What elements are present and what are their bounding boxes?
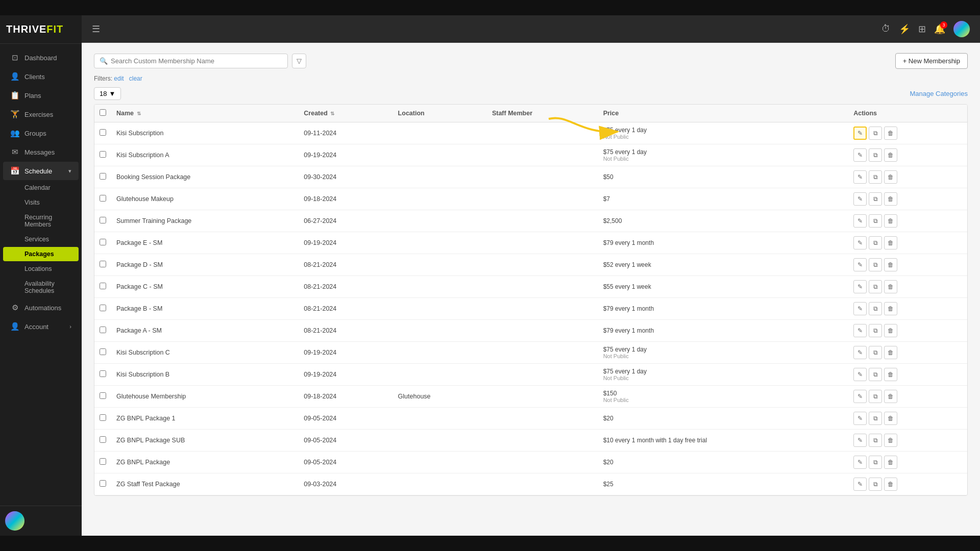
copy-button[interactable]: ⧉ — [869, 478, 882, 491]
row-checkbox[interactable] — [100, 129, 106, 136]
delete-button[interactable]: 🗑 — [884, 456, 897, 469]
row-checkbox[interactable] — [100, 370, 106, 377]
sidebar-item-groups[interactable]: 👥 Groups — [3, 124, 79, 142]
copy-button[interactable]: ⧉ — [869, 324, 882, 337]
row-checkbox[interactable] — [100, 173, 106, 180]
th-name[interactable]: Name ⇅ — [111, 105, 299, 122]
copy-button[interactable]: ⧉ — [869, 302, 882, 315]
copy-button[interactable]: ⧉ — [869, 127, 882, 140]
sidebar-item-automations[interactable]: ⚙ Automations — [3, 298, 79, 317]
sidebar-item-locations[interactable]: Locations — [3, 262, 79, 276]
delete-button[interactable]: 🗑 — [884, 324, 897, 337]
copy-button[interactable]: ⧉ — [869, 390, 882, 403]
edit-button[interactable]: ✎ — [853, 346, 867, 359]
sidebar-item-schedule[interactable]: 📅 Schedule ▾ — [3, 162, 79, 180]
row-checkbox[interactable] — [100, 392, 106, 399]
edit-button[interactable]: ✎ — [853, 302, 867, 315]
delete-button[interactable]: 🗑 — [884, 214, 897, 228]
hamburger-menu[interactable]: ☰ — [92, 23, 100, 35]
notification-icon[interactable]: 🔔 3 — [934, 23, 945, 35]
row-checkbox[interactable] — [100, 151, 106, 158]
filter-button[interactable]: ▽ — [292, 54, 306, 68]
edit-button[interactable]: ✎ — [853, 434, 867, 447]
sidebar-item-services[interactable]: Services — [3, 232, 79, 246]
copy-button[interactable]: ⧉ — [869, 258, 882, 271]
sidebar-item-clients[interactable]: 👤 Clients — [3, 67, 79, 86]
delete-button[interactable]: 🗑 — [884, 170, 897, 184]
delete-button[interactable]: 🗑 — [884, 258, 897, 271]
filters-edit-link[interactable]: edit — [114, 75, 124, 82]
copy-button[interactable]: ⧉ — [869, 368, 882, 381]
row-checkbox[interactable] — [100, 436, 106, 443]
sidebar-item-visits[interactable]: Visits — [3, 195, 79, 210]
row-checkbox[interactable] — [100, 283, 106, 289]
copy-button[interactable]: ⧉ — [869, 170, 882, 184]
copy-button[interactable]: ⧉ — [869, 456, 882, 469]
user-avatar[interactable] — [953, 21, 970, 37]
edit-button[interactable]: ✎ — [853, 170, 867, 184]
timer-icon[interactable]: ⏱ — [881, 23, 891, 34]
sidebar-item-account[interactable]: 👤 Account › — [3, 317, 79, 336]
delete-button[interactable]: 🗑 — [884, 368, 897, 381]
sidebar-item-availability-schedules[interactable]: Availability Schedules — [3, 277, 79, 298]
search-box[interactable]: 🔍 — [94, 54, 288, 68]
edit-button[interactable]: ✎ — [853, 214, 867, 228]
grid-icon[interactable]: ⊞ — [918, 23, 926, 35]
edit-button[interactable]: ✎ — [853, 280, 867, 293]
sidebar-item-packages[interactable]: Packages — [3, 247, 79, 261]
sidebar-item-messages[interactable]: ✉ Messages — [3, 143, 79, 161]
user-avatar-ball[interactable] — [5, 511, 24, 531]
row-checkbox[interactable] — [100, 480, 106, 487]
delete-button[interactable]: 🗑 — [884, 127, 897, 140]
edit-button[interactable]: ✎ — [853, 258, 867, 271]
delete-button[interactable]: 🗑 — [884, 390, 897, 403]
row-checkbox[interactable] — [100, 217, 106, 223]
edit-button[interactable]: ✎ — [853, 390, 867, 403]
delete-button[interactable]: 🗑 — [884, 236, 897, 249]
sidebar-item-recurring-members[interactable]: Recurring Members — [3, 210, 79, 232]
row-checkbox[interactable] — [100, 239, 106, 245]
copy-button[interactable]: ⧉ — [869, 412, 882, 425]
copy-button[interactable]: ⧉ — [869, 236, 882, 249]
sidebar-item-plans[interactable]: 📋 Plans — [3, 86, 79, 105]
delete-button[interactable]: 🗑 — [884, 346, 897, 359]
row-checkbox[interactable] — [100, 305, 106, 311]
edit-button[interactable]: ✎ — [853, 324, 867, 337]
copy-button[interactable]: ⧉ — [869, 280, 882, 293]
edit-button[interactable]: ✎ — [853, 478, 867, 491]
delete-button[interactable]: 🗑 — [884, 478, 897, 491]
th-created[interactable]: Created ⇅ — [299, 105, 393, 122]
row-checkbox[interactable] — [100, 327, 106, 333]
edit-button[interactable]: ✎ — [853, 148, 867, 162]
new-membership-button[interactable]: + New Membership — [895, 53, 968, 69]
copy-button[interactable]: ⧉ — [869, 434, 882, 447]
select-all-checkbox[interactable] — [100, 109, 106, 116]
edit-button[interactable]: ✎ — [853, 412, 867, 425]
row-checkbox[interactable] — [100, 261, 106, 267]
count-button[interactable]: 18 ▼ — [94, 87, 121, 100]
sidebar-item-calendar[interactable]: Calendar — [3, 181, 79, 195]
lightning-icon[interactable]: ⚡ — [899, 23, 910, 35]
copy-button[interactable]: ⧉ — [869, 214, 882, 228]
row-checkbox[interactable] — [100, 458, 106, 465]
edit-button[interactable]: ✎ — [853, 456, 867, 469]
edit-button[interactable]: ✎ — [853, 368, 867, 381]
delete-button[interactable]: 🗑 — [884, 412, 897, 425]
edit-button[interactable]: ✎ — [853, 236, 867, 249]
row-checkbox[interactable] — [100, 348, 106, 355]
delete-button[interactable]: 🗑 — [884, 280, 897, 293]
edit-button[interactable]: ✎ — [853, 192, 867, 206]
filters-clear-link[interactable]: clear — [129, 75, 142, 82]
manage-categories-link[interactable]: Manage Categories — [910, 90, 968, 97]
delete-button[interactable]: 🗑 — [884, 434, 897, 447]
sidebar-item-exercises[interactable]: 🏋 Exercises — [3, 105, 79, 123]
delete-button[interactable]: 🗑 — [884, 148, 897, 162]
edit-button[interactable]: ✎ — [853, 127, 867, 140]
copy-button[interactable]: ⧉ — [869, 148, 882, 162]
row-checkbox[interactable] — [100, 414, 106, 421]
search-input[interactable] — [111, 57, 282, 65]
copy-button[interactable]: ⧉ — [869, 346, 882, 359]
delete-button[interactable]: 🗑 — [884, 192, 897, 206]
copy-button[interactable]: ⧉ — [869, 192, 882, 206]
delete-button[interactable]: 🗑 — [884, 302, 897, 315]
